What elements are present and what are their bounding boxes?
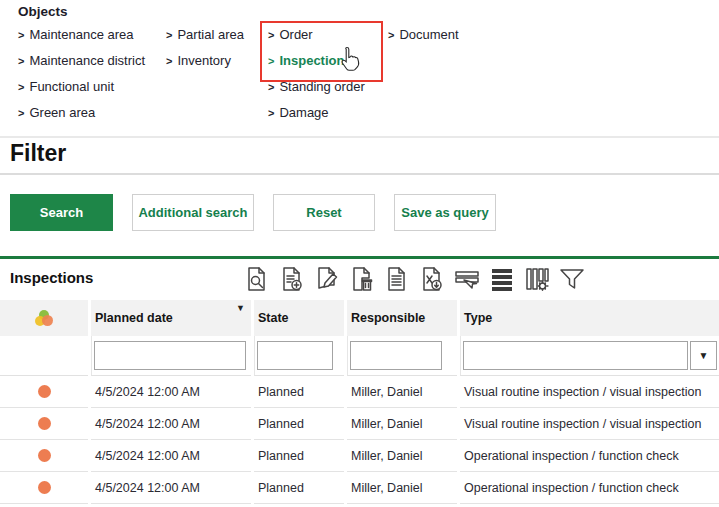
sort-desc-icon: ▼	[236, 303, 245, 313]
link-label: Document	[399, 27, 458, 42]
table-row[interactable]: 4/5/2024 12:00 AM Planned Miller, Daniel…	[0, 408, 719, 440]
chevron-right-icon: >	[18, 107, 24, 119]
link-label: Functional unit	[29, 79, 114, 94]
status-dot-icon	[38, 385, 51, 398]
chevron-right-icon: >	[268, 29, 274, 41]
objects-link-order[interactable]: >Order	[268, 22, 365, 48]
preview-record-icon[interactable]	[243, 264, 270, 294]
objects-link-damage[interactable]: >Damage	[268, 100, 365, 126]
column-label: Planned date	[95, 311, 173, 325]
row-status-cell	[0, 408, 88, 440]
chevron-right-icon: >	[166, 55, 172, 67]
select-rows-icon[interactable]	[453, 264, 480, 294]
save-as-query-button[interactable]: Save as query	[394, 194, 496, 231]
responsible-filter-input[interactable]	[350, 341, 442, 370]
column-label: Type	[464, 311, 492, 325]
chevron-right-icon: >	[18, 55, 24, 67]
filter-cell-state	[254, 336, 344, 376]
link-label: Maintenance district	[29, 53, 145, 68]
row-responsible: Miller, Daniel	[347, 472, 457, 504]
column-header-state[interactable]: State	[254, 300, 344, 336]
row-status-cell	[0, 472, 88, 504]
objects-column-2: >Partial area >Inventory	[166, 22, 244, 74]
divider	[0, 173, 719, 175]
objects-link-standing-order[interactable]: >Standing order	[268, 74, 365, 100]
additional-search-button[interactable]: Additional search	[132, 194, 254, 231]
column-header-type[interactable]: Type	[460, 300, 719, 336]
link-label: Maintenance area	[29, 27, 133, 42]
type-filter-input[interactable]	[463, 341, 688, 370]
table-row[interactable]: 4/5/2024 12:00 AM Planned Miller, Daniel…	[0, 472, 719, 504]
filter-heading: Filter	[10, 140, 66, 167]
row-planned-date: 4/5/2024 12:00 AM	[91, 472, 251, 504]
state-filter-input[interactable]	[257, 341, 333, 370]
filter-buttons: Search Additional search Reset Save as q…	[10, 194, 496, 231]
row-state: Planned	[254, 408, 344, 440]
report-icon[interactable]	[383, 264, 410, 294]
objects-column-4: >Document	[388, 22, 459, 48]
type-filter-dropdown-button[interactable]: ▼	[690, 341, 717, 370]
objects-column-1: >Maintenance area >Maintenance district …	[18, 22, 145, 126]
link-label: Green area	[29, 105, 95, 120]
column-header-planned-date[interactable]: Planned date ▼	[91, 300, 251, 336]
inspections-heading: Inspections	[10, 269, 93, 286]
row-planned-date: 4/5/2024 12:00 AM	[91, 440, 251, 472]
row-responsible: Miller, Daniel	[347, 408, 457, 440]
chevron-down-icon: ▼	[699, 350, 709, 361]
status-dot-icon	[38, 481, 51, 494]
row-planned-date: 4/5/2024 12:00 AM	[91, 408, 251, 440]
chevron-right-icon: >	[166, 29, 172, 41]
chevron-right-icon: >	[268, 107, 274, 119]
add-record-icon[interactable]	[278, 264, 305, 294]
filter-cell-responsible	[347, 336, 457, 376]
delete-record-icon[interactable]	[348, 264, 375, 294]
objects-link-document[interactable]: >Document	[388, 22, 459, 48]
filter-cell-status	[0, 336, 88, 376]
export-excel-icon[interactable]	[418, 264, 445, 294]
objects-link-functional-unit[interactable]: >Functional unit	[18, 74, 145, 100]
inspections-table: Planned date ▼ State Responsible Type ▼ …	[0, 300, 719, 504]
edit-record-icon[interactable]	[313, 264, 340, 294]
row-status-cell	[0, 440, 88, 472]
search-button[interactable]: Search	[10, 194, 113, 231]
status-cluster-icon	[35, 310, 53, 327]
reset-button[interactable]: Reset	[273, 194, 375, 231]
column-header-status[interactable]	[0, 300, 88, 336]
row-state: Planned	[254, 440, 344, 472]
objects-link-green-area[interactable]: >Green area	[18, 100, 145, 126]
link-label: Inventory	[177, 53, 230, 68]
filter-funnel-icon[interactable]	[558, 264, 585, 294]
column-settings-icon[interactable]	[523, 264, 550, 294]
column-header-responsible[interactable]: Responsible	[347, 300, 457, 336]
objects-link-maintenance-district[interactable]: >Maintenance district	[18, 48, 145, 74]
objects-link-maintenance-area[interactable]: >Maintenance area	[18, 22, 145, 48]
status-dot-icon	[38, 449, 51, 462]
row-state: Planned	[254, 376, 344, 408]
row-status-cell	[0, 376, 88, 408]
row-responsible: Miller, Daniel	[347, 376, 457, 408]
table-row[interactable]: 4/5/2024 12:00 AM Planned Miller, Daniel…	[0, 376, 719, 408]
table-row[interactable]: 4/5/2024 12:00 AM Planned Miller, Daniel…	[0, 440, 719, 472]
link-label: Order	[279, 27, 312, 42]
status-dot-icon	[38, 417, 51, 430]
column-label: State	[258, 311, 289, 325]
row-type: Visual routine inspection / visual inspe…	[460, 408, 719, 440]
filter-cell-planned-date	[91, 336, 251, 376]
section-rule	[0, 256, 719, 259]
inspections-toolbar	[243, 264, 585, 294]
divider	[0, 136, 719, 138]
objects-link-inventory[interactable]: >Inventory	[166, 48, 244, 74]
row-layout-icon[interactable]	[488, 264, 515, 294]
objects-heading: Objects	[18, 4, 68, 19]
chevron-right-icon: >	[268, 55, 274, 67]
row-type: Operational inspection / function check	[460, 472, 719, 504]
objects-link-partial-area[interactable]: >Partial area	[166, 22, 244, 48]
column-label: Responsible	[351, 311, 425, 325]
row-state: Planned	[254, 472, 344, 504]
link-label: Standing order	[279, 79, 364, 94]
chevron-right-icon: >	[18, 81, 24, 93]
row-type: Operational inspection / function check	[460, 440, 719, 472]
row-type: Visual routine inspection / visual inspe…	[460, 376, 719, 408]
planned-date-filter-input[interactable]	[94, 341, 246, 370]
table-header-row: Planned date ▼ State Responsible Type	[0, 300, 719, 336]
